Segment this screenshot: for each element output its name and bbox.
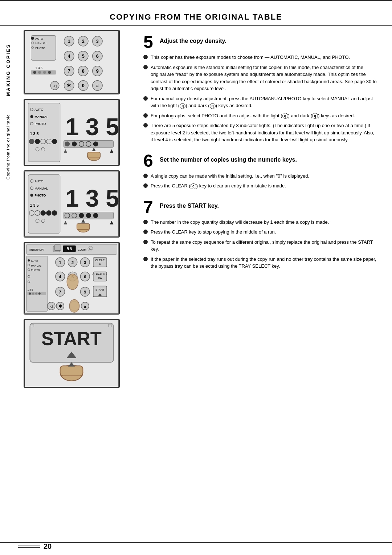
sidebar-making-copies: MAKING COPIES — [5, 44, 11, 96]
step5-bullet3: For manual copy density adjustment, pres… — [143, 95, 377, 109]
svg-point-119 — [35, 292, 37, 295]
step5-bullet4-text: For photographs, select PHOTO and then a… — [151, 112, 377, 119]
svg-text:1  3  5: 1 3 5 — [30, 131, 39, 136]
images-column: AUTO MANUAL PHOTO 1 2 3 4 — [20, 30, 132, 389]
start-button-svg: START — [24, 320, 119, 387]
step5-bullet5-text: There are 5 exposure steps indicated by … — [151, 122, 377, 143]
svg-text:2: 2 — [72, 260, 74, 265]
step7-bullet2: Press the CLEAR key to stop copying in t… — [143, 228, 377, 236]
svg-point-31 — [48, 71, 51, 74]
step5-bullet2-text: Automatic exposure is the standard initi… — [151, 64, 377, 92]
svg-text:8: 8 — [82, 69, 85, 74]
step7-bullet4-text: If the paper in the selected tray runs o… — [151, 256, 377, 270]
svg-point-58 — [65, 141, 70, 146]
svg-text:1 3 5: 1 3 5 — [65, 113, 119, 140]
step7-title: Press the START key. — [160, 198, 219, 209]
svg-text:3: 3 — [96, 39, 99, 44]
step6-title: Set the number of copies using the numer… — [160, 152, 297, 163]
svg-text:1: 1 — [68, 39, 70, 44]
bullet-dot — [143, 183, 148, 188]
bullet-dot — [143, 123, 148, 127]
svg-point-81 — [52, 211, 57, 216]
svg-text:MANUAL: MANUAL — [34, 115, 49, 119]
svg-text:9: 9 — [96, 69, 99, 74]
svg-text:✱: ✱ — [58, 304, 62, 308]
svg-point-44 — [30, 115, 33, 118]
panel-keypad-top: AUTO MANUAL PHOTO 1 2 3 4 — [24, 30, 120, 94]
svg-text:PHOTO: PHOTO — [34, 194, 46, 197]
bullet-dot — [143, 113, 148, 118]
svg-point-152 — [69, 300, 79, 312]
svg-rect-66 — [87, 152, 100, 158]
svg-text:CLEAR: CLEAR — [95, 259, 105, 262]
step5-bullet4: For photographs, select PHOTO and then a… — [143, 112, 377, 119]
page-header: COPYING FROM THE ORIGINAL TABLE — [0, 2, 392, 26]
step5-bullet2: Automatic exposure is the standard initi… — [143, 64, 377, 92]
step7-header: 7 Press the START key. — [143, 198, 377, 216]
step6-content: A single copy can be made with the initi… — [143, 173, 377, 190]
step6-header: 6 Set the number of copies using the num… — [143, 152, 377, 170]
svg-text:1 3 5: 1 3 5 — [35, 66, 42, 70]
step7-bullet1: The number in the copy quantity display … — [143, 219, 377, 226]
svg-text:7: 7 — [68, 69, 70, 74]
step7-bullet4: If the paper in the selected tray runs o… — [143, 256, 377, 270]
step5-header: 5 Adjust the copy density. — [143, 33, 377, 51]
svg-point-79 — [41, 211, 46, 216]
svg-rect-94 — [77, 224, 90, 230]
svg-text:PHOTO: PHOTO — [35, 46, 45, 50]
svg-point-88 — [79, 213, 84, 218]
svg-text:1 3 5: 1 3 5 — [27, 288, 33, 291]
svg-point-28 — [33, 71, 36, 74]
svg-text:AUTO: AUTO — [34, 108, 43, 112]
svg-point-53 — [52, 139, 57, 144]
svg-point-146 — [67, 274, 78, 289]
step6-block: 6 Set the number of copies using the num… — [143, 152, 377, 190]
svg-point-2 — [31, 37, 34, 40]
step6-bullet2: Press the CLEAR (c) key to clear an entr… — [143, 182, 377, 190]
svg-text:55: 55 — [66, 246, 72, 251]
svg-text:AUTO: AUTO — [31, 260, 38, 262]
svg-point-120 — [38, 292, 41, 295]
svg-point-118 — [32, 292, 34, 295]
step6-bullet2-text: Press the CLEAR (c) key to clear an entr… — [151, 182, 377, 190]
svg-point-30 — [43, 71, 46, 74]
bottom-border — [0, 542, 392, 544]
step5-bullet3-text: For manual copy density adjustment, pres… — [151, 95, 377, 109]
bullet-dot — [143, 96, 148, 101]
density-photo-svg: AUTO MANUAL PHOTO 1 3 5 — [24, 171, 119, 237]
svg-text:CA: CA — [98, 276, 102, 280]
svg-text:AUTO: AUTO — [34, 179, 43, 183]
svg-text:AUTO: AUTO — [35, 37, 43, 40]
step5-content: This copier has three exposure modes to … — [143, 54, 377, 143]
svg-point-74 — [30, 194, 33, 197]
svg-text:MANUAL: MANUAL — [35, 42, 47, 45]
step5-bullet1-text: This copier has three exposure modes to … — [151, 54, 377, 61]
svg-text:0: 0 — [82, 83, 85, 88]
step7-bullet3: To repeat the same copy sequence for a d… — [143, 239, 377, 253]
main-content: AUTO MANUAL PHOTO 1 2 3 4 — [0, 26, 392, 393]
svg-text:PHOTO: PHOTO — [31, 269, 40, 271]
step7-bullet2-text: Press the CLEAR key to stop copying in t… — [151, 228, 377, 236]
svg-point-80 — [46, 211, 52, 216]
svg-text:START: START — [95, 288, 105, 291]
panel-start-button: START — [24, 319, 120, 388]
bullet-dot — [143, 257, 148, 261]
svg-text:4: 4 — [68, 54, 70, 59]
page-title: COPYING FROM THE ORIGINAL TABLE — [22, 12, 370, 22]
page-line-thick — [18, 546, 40, 546]
step7-bullet3-text: To repeat the same copy sequence for a d… — [151, 239, 377, 253]
svg-rect-162 — [60, 366, 83, 376]
step5-bullet5: There are 5 exposure steps indicated by … — [143, 122, 377, 143]
step5-title: Adjust the copy density. — [160, 33, 226, 44]
panel-density-photo: AUTO MANUAL PHOTO 1 3 5 — [24, 170, 120, 238]
step7-bullet1-text: The number in the copy quantity display … — [151, 219, 377, 226]
svg-point-59 — [72, 141, 77, 146]
svg-point-50 — [35, 139, 40, 144]
panel-keypad-full: ○INTERRUPT 55 ZOOM % AUTO MAN — [24, 242, 120, 315]
step5-number: 5 — [143, 33, 156, 51]
bullet-dot — [143, 55, 148, 59]
svg-text:◁: ◁ — [50, 304, 53, 308]
bullet-dot — [143, 174, 148, 178]
svg-text:%: % — [89, 248, 91, 251]
step7-block: 7 Press the START key. The number in the… — [143, 198, 377, 270]
